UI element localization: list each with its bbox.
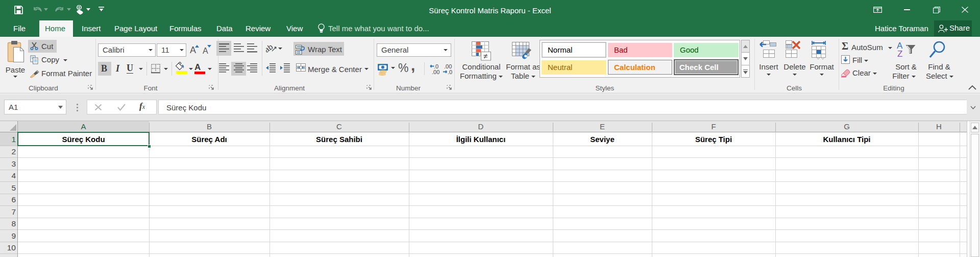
svg-text:.00: .00 [432,69,439,75]
svg-text:ab: ab [266,43,274,53]
svg-text:≠: ≠ [483,52,487,60]
svg-text:.0: .0 [448,69,452,75]
svg-text:Z: Z [897,49,902,59]
